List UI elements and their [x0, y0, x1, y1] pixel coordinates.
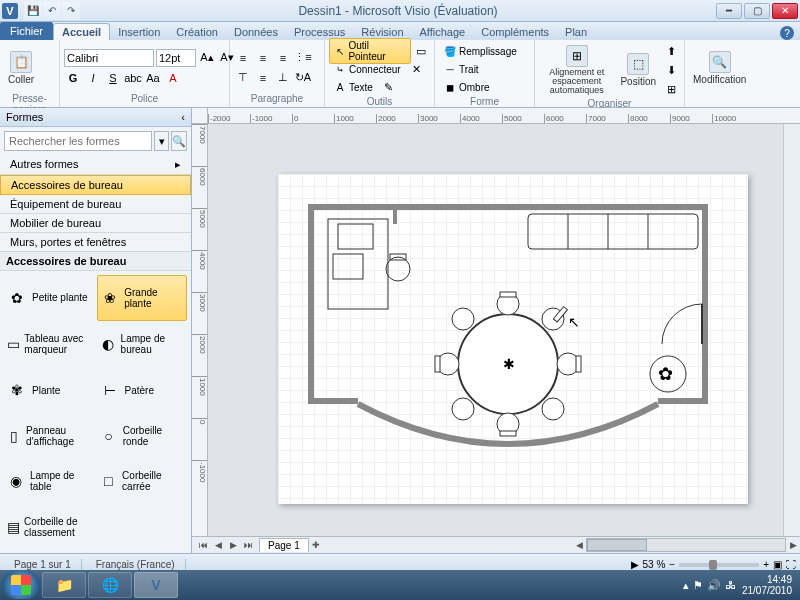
prev-page-icon[interactable]: ◀	[211, 538, 225, 552]
shape-lampe-bureau[interactable]: ◐Lampe de bureau	[97, 323, 188, 367]
shape-patere[interactable]: ⊢Patère	[97, 368, 188, 412]
modification-button[interactable]: 🔍 Modification	[689, 50, 750, 86]
line-button[interactable]: ─ Trait	[439, 60, 484, 78]
taskbar-explorer[interactable]: 📁	[42, 572, 86, 598]
tray-flag-icon[interactable]: ⚑	[693, 579, 703, 592]
position-button[interactable]: ⬚ Position	[616, 52, 660, 88]
align-right-icon[interactable]: ≡	[274, 49, 292, 67]
valign-mid-icon[interactable]: ≡	[254, 69, 272, 87]
bullets-icon[interactable]: ⋮≡	[294, 49, 312, 67]
tab-plan[interactable]: Plan	[557, 24, 595, 40]
hscroll-left-icon[interactable]: ◀	[572, 538, 586, 552]
tray-volume-icon[interactable]: 🔊	[707, 579, 721, 592]
shape-grande-plante[interactable]: ❀Grande plante	[97, 275, 188, 321]
vertical-scrollbar[interactable]	[783, 124, 800, 536]
undo-icon[interactable]: ↶	[43, 2, 61, 20]
tab-complements[interactable]: Compléments	[473, 24, 557, 40]
align-center-icon[interactable]: ≡	[254, 49, 272, 67]
rotate-text-icon[interactable]: ↻A	[294, 69, 312, 87]
zoom-out-icon[interactable]: −	[669, 559, 675, 570]
category-autres[interactable]: Autres formes ▸	[0, 155, 191, 175]
shape-tableau[interactable]: ▭Tableau avec marqueur	[4, 323, 95, 367]
next-page-icon[interactable]: ▶	[226, 538, 240, 552]
tab-creation[interactable]: Création	[168, 24, 226, 40]
tab-donnees[interactable]: Données	[226, 24, 286, 40]
page-tab-1[interactable]: Page 1	[259, 538, 309, 552]
search-go-icon[interactable]: 🔍	[171, 131, 187, 151]
maximize-button[interactable]: ▢	[744, 3, 770, 19]
rect-tool-icon[interactable]: ▭	[413, 42, 430, 60]
collapse-icon[interactable]: ‹	[181, 111, 185, 123]
save-icon[interactable]: 💾	[24, 2, 42, 20]
shape-corbeille-classement[interactable]: ▤Corbeille de classement	[4, 505, 95, 549]
drawing-canvas[interactable]: ✱	[208, 124, 783, 536]
bold-button[interactable]: G	[64, 69, 82, 87]
shape-corbeille-carree[interactable]: □Corbeille carrée	[97, 460, 188, 504]
category-equipement[interactable]: Équipement de bureau	[0, 195, 191, 214]
drawing-page[interactable]: ✱	[278, 174, 748, 504]
file-tab[interactable]: Fichier	[0, 22, 53, 40]
mouse-cursor-icon: ↖	[568, 314, 580, 330]
group-icon[interactable]: ⊞	[662, 80, 680, 98]
tab-accueil[interactable]: Accueil	[53, 23, 110, 40]
strike-button[interactable]: abc	[124, 69, 142, 87]
redo-icon[interactable]: ↷	[62, 2, 80, 20]
fit-page-icon[interactable]: ▣	[773, 559, 782, 570]
increase-font-icon[interactable]: A▴	[198, 49, 216, 67]
connector-tool-button[interactable]: ⤷ Connecteur	[329, 61, 406, 77]
macro-icon[interactable]: ▶	[631, 559, 639, 570]
canvas-area: -2000-1000010002000300040005000600070008…	[192, 108, 800, 553]
first-page-icon[interactable]: ⏮	[196, 538, 210, 552]
font-size-select[interactable]	[156, 49, 196, 67]
text-tool-button[interactable]: A Texte	[329, 79, 378, 95]
italic-button[interactable]: I	[84, 69, 102, 87]
zoom-in-icon[interactable]: +	[763, 559, 769, 570]
start-button[interactable]	[2, 571, 40, 599]
new-page-icon[interactable]: ✚	[309, 538, 323, 552]
quick-access-toolbar: 💾 ↶ ↷	[24, 2, 80, 20]
tray-network-icon[interactable]: 🖧	[725, 579, 736, 592]
align-button[interactable]: ⊞ Alignement et espacement automatiques	[539, 44, 614, 96]
horizontal-scrollbar[interactable]	[586, 538, 786, 552]
taskbar-visio[interactable]: V	[134, 572, 178, 598]
fullscreen-icon[interactable]: ⛶	[786, 559, 796, 570]
underline-button[interactable]: S	[104, 69, 122, 87]
font-name-select[interactable]	[64, 49, 154, 67]
last-page-icon[interactable]: ⏭	[241, 538, 255, 552]
category-murs[interactable]: Murs, portes et fenêtres	[0, 233, 191, 252]
close-button[interactable]: ✕	[772, 3, 798, 19]
taskbar-browser[interactable]: 🌐	[88, 572, 132, 598]
shape-corbeille-ronde[interactable]: ○Corbeille ronde	[97, 414, 188, 458]
shape-lampe-table[interactable]: ◉Lampe de table	[4, 460, 95, 504]
tab-insertion[interactable]: Insertion	[110, 24, 168, 40]
font-color-button[interactable]: A	[164, 69, 182, 87]
valign-bot-icon[interactable]: ⊥	[274, 69, 292, 87]
help-icon[interactable]: ?	[780, 26, 794, 40]
shapes-search-input[interactable]	[4, 131, 152, 151]
shape-plante[interactable]: ✾Plante	[4, 368, 95, 412]
tray-up-icon[interactable]: ▴	[683, 579, 689, 592]
paste-button[interactable]: 📋 Coller	[4, 50, 38, 86]
taskbar-clock[interactable]: 14:49 21/07/2010	[742, 574, 792, 596]
hscroll-right-icon[interactable]: ▶	[786, 538, 800, 552]
shape-panneau[interactable]: ▯Panneau d'affichage	[4, 414, 95, 458]
case-button[interactable]: Aa	[144, 69, 162, 87]
zoom-slider[interactable]	[679, 563, 759, 567]
svg-rect-22	[576, 356, 581, 372]
bring-front-icon[interactable]: ⬆	[662, 42, 680, 60]
category-mobilier[interactable]: Mobilier de bureau	[0, 214, 191, 233]
x-tool-icon[interactable]: ✕	[408, 60, 426, 78]
fill-button[interactable]: 🪣 Remplissage	[439, 42, 522, 60]
minimize-button[interactable]: ━	[716, 3, 742, 19]
align-left-icon[interactable]: ≡	[234, 49, 252, 67]
shape-petite-plante[interactable]: ✿Petite plante	[4, 275, 95, 321]
send-back-icon[interactable]: ⬇	[662, 61, 680, 79]
page-tab-bar: ⏮ ◀ ▶ ⏭ Page 1 ✚ ◀ ▶	[192, 536, 800, 553]
shadow-button[interactable]: ◼ Ombre	[439, 78, 495, 96]
category-accessoires[interactable]: Accessoires de bureau	[0, 175, 191, 195]
tab-affichage[interactable]: Affichage	[412, 24, 474, 40]
valign-top-icon[interactable]: ⊤	[234, 69, 252, 87]
status-language[interactable]: Français (France)	[86, 559, 186, 570]
search-dropdown-icon[interactable]: ▾	[154, 131, 169, 151]
pencil-tool-icon[interactable]: ✎	[380, 78, 398, 96]
